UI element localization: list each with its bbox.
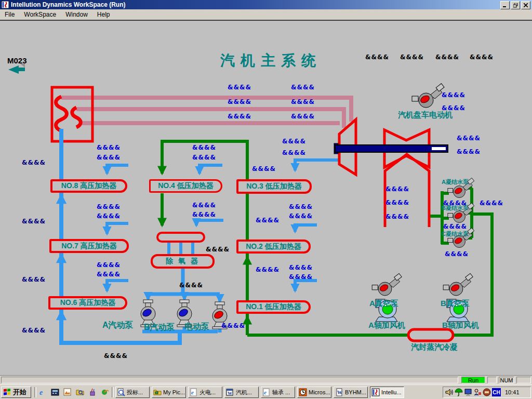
svg-text:W: W [337,390,342,395]
value-placeholder: &&&& [385,199,409,206]
heater-no8[interactable]: NO.8 高压加热器 [50,179,127,193]
close-icon [524,3,528,7]
svg-text:e: e [264,389,267,395]
window-title: Intellution Dynamics WorkSpace (Run) [11,1,125,8]
gland-condenser-label: 汽封蒸汽冷凝 [411,342,458,352]
task-button-6[interactable]: Micros... [297,387,331,398]
menu-window[interactable]: Window [61,10,92,19]
motor-pump-label: 电动泵 [184,322,209,332]
heater-no2[interactable]: NO.2 低压加热器 [236,240,311,254]
title-bar[interactable]: Intellution Dynamics WorkSpace (Run) [0,0,532,9]
calculator-quicklaunch-icon[interactable] [50,388,60,397]
close-button[interactable] [521,1,530,9]
value-placeholder: &&&& [289,212,313,220]
value-placeholder: &&&& [443,200,467,207]
minimize-button[interactable] [500,1,510,9]
system-tray: CH 10:41 [443,387,531,398]
value-placeholder: &&&& [385,185,409,193]
search-doc-icon [117,388,125,396]
svg-text:W: W [228,391,232,396]
value-placeholder: &&&& [291,113,315,120]
task-button-8-active[interactable]: Intellu... [370,387,404,398]
value-placeholder: &&&& [22,159,46,166]
value-placeholder: &&&& [179,282,203,289]
ie-page-icon: e [262,388,271,396]
task-button-5[interactable]: e 轴承 ... [261,387,295,398]
value-placeholder: &&&& [97,212,121,220]
heater-no4[interactable]: NO.4 低压加热器 [149,179,222,193]
network-monitor-icon[interactable] [464,388,472,396]
task-label: My Pic... [163,389,185,395]
value-placeholder: &&&& [228,84,251,91]
word-doc-icon: W [335,388,343,396]
media-quicklaunch-icon[interactable] [100,388,110,397]
feed-pump-b-label: B汽动泵 [144,322,175,333]
page-id: M023 [7,56,27,65]
app-icon [2,1,9,8]
deaerator[interactable]: 除 氧 器 [151,254,215,269]
heater-no6[interactable]: NO.6 高压加热器 [48,296,127,310]
value-placeholder: &&&& [282,138,306,145]
value-placeholder: &&&& [470,54,494,61]
heater-no1[interactable]: NO.1 低压加热器 [236,300,311,314]
value-placeholder: &&&& [252,165,276,172]
restore-button[interactable] [511,1,520,9]
task-label: 火电... [200,389,216,396]
menu-help[interactable]: Help [92,10,115,19]
value-placeholder: &&&& [97,203,121,210]
start-button[interactable]: 开始 [1,387,31,398]
volume-icon[interactable] [445,388,454,396]
task-label: BYHM... [345,389,366,395]
value-placeholder: &&&& [104,352,128,360]
value-placeholder: &&&& [291,98,315,105]
folder-search-quicklaunch-icon[interactable] [75,388,85,397]
feed-pump-a-label: A汽动泵 [102,320,134,331]
status-message-cell [1,377,458,383]
value-placeholder: &&&& [445,250,469,258]
value-placeholder: &&&& [442,91,466,99]
vacuum-pump-b-label: B真空泵 [441,299,470,309]
value-placeholder: &&&& [22,327,46,334]
value-placeholder: &&&& [435,54,459,61]
page-title: 汽机主系统 [220,51,322,71]
vacuum-pump-a-label: A真空泵 [369,299,398,309]
task-button-3[interactable]: e 火电... [188,387,222,398]
value-placeholder: &&&& [291,84,315,91]
value-placeholder: &&&& [365,54,389,61]
value-placeholder: &&&& [443,223,467,230]
taskbar: 开始 e 投标... My Pic... e 火电... W 汽机... e 轴… [0,384,532,399]
task-label: 轴承 ... [272,389,290,396]
antivirus-umbrella-icon[interactable] [455,388,463,396]
task-button-2[interactable]: My Pic... [152,387,186,398]
taskbar-clock[interactable]: 10:41 [505,389,520,395]
status-bar: Run NUM [0,375,532,385]
task-label: 投标... [127,389,143,396]
user-accounts-icon[interactable] [473,388,482,396]
heater-no3[interactable]: NO.3 低压加热器 [236,179,312,194]
task-button-7[interactable]: W BYHM... [334,387,368,398]
task-button-4[interactable]: W 汽机... [224,387,259,398]
value-placeholder: &&&& [192,154,216,161]
value-placeholder: &&&& [480,200,503,207]
task-label: 汽机... [236,389,252,396]
menu-workspace[interactable]: WorkSpace [19,10,61,19]
paint-tools-quicklaunch-icon[interactable] [87,388,98,397]
value-placeholder: &&&& [192,211,216,218]
image-editor-quicklaunch-icon[interactable] [62,388,73,397]
ie-quicklaunch-icon[interactable]: e [37,388,48,397]
svg-text:e: e [191,389,194,395]
windows-logo-icon [3,389,11,396]
task-button-1[interactable]: 投标... [115,387,150,398]
status-cell [487,377,497,383]
value-placeholder: &&&& [192,144,216,151]
hardware-badge-icon[interactable] [483,388,491,396]
value-placeholder: &&&& [228,98,251,105]
value-placeholder: &&&& [457,135,481,142]
input-method-indicator[interactable]: CH [492,388,501,396]
clock-app-icon [299,388,307,396]
task-label: Intellu... [381,389,402,395]
heater-no7[interactable]: NO.7 高压加热器 [49,239,129,253]
value-placeholder: &&&& [22,276,46,283]
menu-file[interactable]: File [0,10,19,19]
value-placeholder: &&&& [221,322,245,329]
